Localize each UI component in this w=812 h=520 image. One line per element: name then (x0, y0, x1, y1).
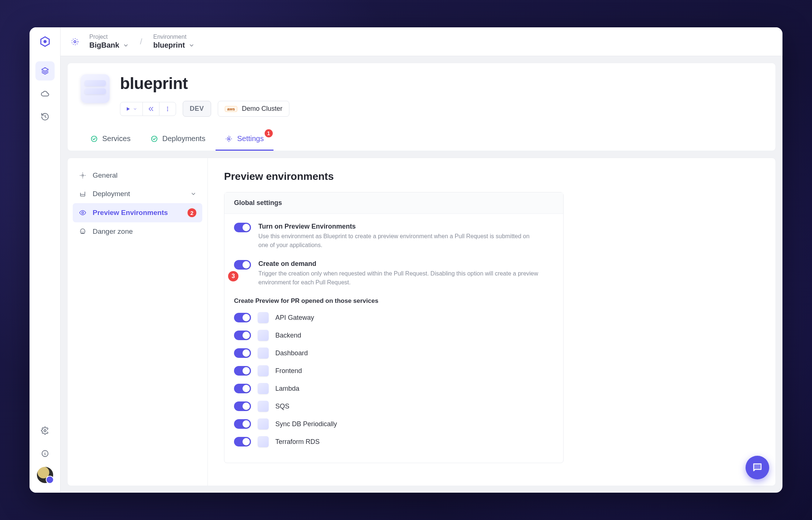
settings-content: Preview environments Global settings Tur… (208, 158, 775, 486)
service-name: Dashboard (275, 349, 308, 357)
service-row: Dashboard (234, 348, 554, 359)
service-toggle[interactable] (234, 366, 251, 376)
breadcrumb-bar: Project BigBank / Environment blueprint (61, 27, 782, 56)
user-avatar[interactable] (37, 467, 53, 483)
service-row: Lambda (234, 383, 554, 394)
service-name: Sync DB Periodically (275, 420, 337, 428)
rail-history[interactable] (35, 107, 55, 126)
environment-title: blueprint (120, 74, 289, 93)
toggle-preview-environments-switch[interactable] (234, 223, 251, 232)
more-actions-button[interactable] (159, 102, 176, 116)
crumb-separator: / (140, 37, 142, 47)
env-thumbnail (81, 74, 110, 103)
sidenav-preview-badge: 2 (187, 208, 196, 217)
intercom-launcher[interactable] (746, 456, 769, 479)
check-circle-icon (90, 135, 98, 143)
brand-logo (37, 34, 53, 50)
rail-settings[interactable] (35, 421, 55, 440)
chevron-down-icon (190, 191, 196, 197)
svg-point-13 (82, 231, 82, 232)
service-toggle[interactable] (234, 419, 251, 429)
service-row: Sync DB Periodically (234, 418, 554, 430)
tab-deployments-label: Deployments (162, 134, 206, 143)
service-icon (258, 436, 269, 447)
cluster-name: Demo Cluster (242, 105, 282, 113)
svg-point-4 (72, 38, 78, 45)
deploy-button-group (120, 102, 176, 116)
service-name: API Gateway (275, 314, 314, 322)
service-toggle[interactable] (234, 437, 251, 447)
gear-icon (41, 427, 49, 435)
svg-point-3 (74, 41, 76, 43)
rail-environments[interactable] (35, 61, 55, 81)
chat-icon (752, 462, 763, 473)
service-icon (258, 418, 269, 430)
stage-pill[interactable]: DEV (183, 101, 211, 117)
toggle-on-demand-title: Create on demand (258, 260, 539, 268)
check-circle-icon (151, 135, 158, 143)
play-button[interactable] (120, 102, 143, 116)
service-icon (258, 401, 269, 412)
service-toggle[interactable] (234, 348, 251, 358)
tab-services[interactable]: Services (81, 128, 140, 151)
history-icon (41, 112, 49, 121)
service-toggle[interactable] (234, 313, 251, 322)
service-row: Backend (234, 330, 554, 341)
step-marker-3: 3 (228, 271, 238, 281)
cluster-chip[interactable]: aws Demo Cluster (218, 101, 290, 117)
play-icon (125, 106, 131, 112)
toggle-on-demand: 3 Create on demand Trigger the creation … (234, 260, 554, 287)
crumb-project-value: BigBank (89, 41, 119, 49)
svg-point-11 (82, 175, 84, 177)
service-toggle[interactable] (234, 384, 251, 393)
tab-deployments[interactable]: Deployments (141, 128, 215, 151)
toggle-on-demand-description: Trigger the creation only when requested… (258, 269, 539, 287)
toggle-preview-description: Use this environment as Blueprint to cre… (258, 232, 539, 250)
eye-icon (79, 209, 87, 216)
service-icon (258, 348, 269, 359)
toggle-on-demand-switch[interactable] (234, 260, 251, 270)
sidenav-preview-environments[interactable]: Preview Environments 2 (73, 203, 202, 222)
service-name: SQS (275, 403, 289, 410)
rail-clusters[interactable] (35, 84, 55, 103)
svg-point-7 (167, 110, 168, 111)
rollback-button[interactable] (143, 102, 159, 116)
crumb-environment[interactable]: Environment blueprint (153, 34, 195, 49)
tab-settings-label: Settings (237, 134, 264, 143)
cloud-icon (41, 89, 49, 98)
crumb-project-label: Project (89, 34, 129, 40)
layers-icon (41, 66, 49, 75)
chevron-down-icon (123, 42, 129, 48)
skull-icon (79, 228, 87, 235)
service-icon (258, 312, 269, 323)
service-toggle[interactable] (234, 331, 251, 340)
sidenav-general[interactable]: General (73, 166, 202, 185)
rail-info[interactable] (35, 444, 55, 463)
chevron-down-icon (189, 42, 195, 48)
service-name: Frontend (275, 367, 302, 375)
env-tabs: Services Deployments Settings 1 (81, 128, 762, 151)
service-name: Backend (275, 332, 301, 339)
sidenav-danger-zone[interactable]: Danger zone (73, 222, 202, 241)
services-list: API GatewayBackendDashboardFrontendLambd… (234, 312, 554, 447)
tab-settings[interactable]: Settings 1 (216, 128, 273, 151)
nav-rail (30, 27, 61, 493)
sidenav-general-label: General (93, 171, 118, 179)
sidenav-deployment-label: Deployment (93, 190, 130, 198)
sidenav-deployment[interactable]: Deployment (73, 185, 202, 203)
service-name: Terraform RDS (275, 438, 320, 446)
service-toggle[interactable] (234, 401, 251, 411)
dots-vertical-icon (165, 106, 171, 112)
sidenav-danger-label: Danger zone (93, 228, 133, 236)
services-section-label: Create Preview for PR opened on those se… (234, 297, 554, 305)
chevron-down-icon (133, 107, 137, 111)
sidenav-preview-label: Preview Environments (93, 209, 168, 217)
page-title: Preview environments (224, 171, 759, 182)
environment-header: blueprint (67, 63, 776, 151)
gear-icon (225, 135, 233, 143)
info-icon (41, 449, 49, 458)
svg-point-0 (43, 40, 47, 43)
svg-point-14 (83, 231, 84, 232)
rewind-icon (148, 106, 154, 112)
crumb-project[interactable]: Project BigBank (89, 34, 129, 49)
